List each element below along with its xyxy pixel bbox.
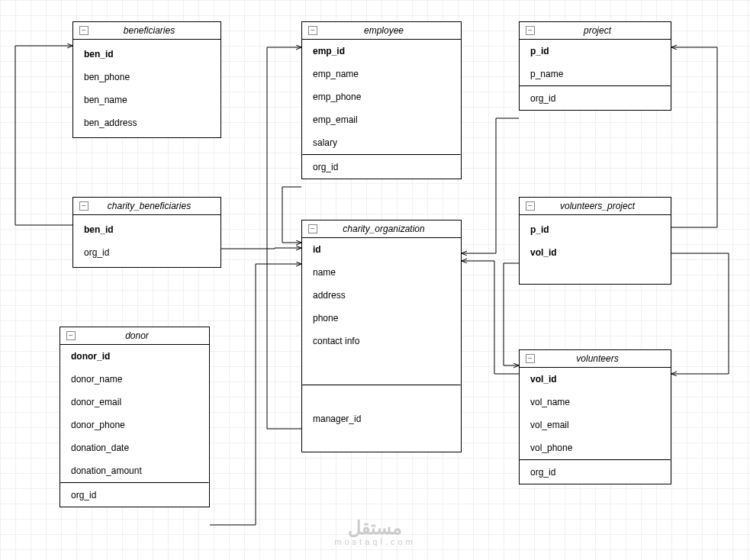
entity-header: − charity_beneficiaries (73, 198, 220, 215)
field: ben_address (73, 111, 220, 134)
entity-body: donor_id donor_name donor_email donor_ph… (60, 345, 209, 507)
entity-volunteers-project[interactable]: − volunteers_project p_id vol_id (519, 197, 671, 285)
field-pk: p_id (520, 218, 671, 241)
entity-header: − project (520, 22, 671, 40)
field: vol_name (520, 391, 671, 414)
entity-header: − beneficiaries (73, 22, 220, 40)
field-fk: org_id (60, 484, 209, 507)
entity-header: − volunteers (520, 350, 671, 368)
field: emp_email (302, 108, 461, 131)
entity-charity-beneficiaries[interactable]: − charity_beneficiaries ben_id org_id (72, 197, 221, 268)
entity-title: charity_beneficiaries (93, 201, 214, 211)
entity-body: vol_id vol_name vol_email vol_phone org_… (520, 368, 671, 484)
field: donor_name (60, 368, 209, 391)
entity-project[interactable]: − project p_id p_name org_id (519, 21, 671, 111)
entity-beneficiaries[interactable]: − beneficiaries ben_id ben_phone ben_nam… (72, 21, 221, 138)
entity-body: ben_id org_id (73, 215, 220, 267)
field: ben_phone (73, 66, 220, 89)
entity-header: − volunteers_project (520, 198, 671, 215)
collapse-icon[interactable]: − (308, 224, 317, 233)
field: salary (302, 131, 461, 154)
entity-volunteers[interactable]: − volunteers vol_id vol_name vol_email v… (519, 349, 671, 484)
collapse-icon[interactable]: − (526, 201, 535, 211)
field: vol_email (520, 414, 671, 436)
field: vol_phone (520, 436, 671, 459)
entity-body: p_id p_name org_id (520, 40, 671, 110)
entity-header: − employee (302, 22, 461, 40)
entity-donor[interactable]: − donor donor_id donor_name donor_email … (60, 327, 210, 507)
collapse-icon[interactable]: − (526, 354, 535, 363)
collapse-icon[interactable]: − (66, 331, 76, 340)
field-fk: org_id (520, 461, 671, 484)
field: address (302, 284, 461, 307)
field-pk: emp_id (302, 40, 461, 63)
field-pk: p_id (520, 40, 671, 63)
field-pk: vol_id (520, 368, 671, 391)
field: donor_email (60, 391, 209, 414)
entity-body: ben_id ben_phone ben_name ben_address (73, 40, 220, 137)
entity-title: volunteers (539, 353, 665, 364)
field: donation_amount (60, 459, 209, 482)
field-pk: donor_id (60, 345, 209, 368)
field-fk: org_id (302, 156, 461, 179)
entity-body: p_id vol_id (520, 215, 671, 284)
field: donor_phone (60, 414, 209, 436)
entity-body: emp_id emp_name emp_phone emp_email sala… (302, 40, 461, 179)
entity-title: project (539, 25, 665, 36)
collapse-icon[interactable]: − (308, 26, 317, 35)
entity-title: beneficiaries (93, 25, 214, 36)
field-pk: id (302, 238, 461, 261)
field: org_id (73, 241, 220, 264)
field: emp_phone (302, 85, 461, 108)
entity-charity-organization[interactable]: − charity_organization id name address p… (301, 220, 462, 452)
field-fk: org_id (520, 87, 671, 110)
field: donation_date (60, 436, 209, 459)
entity-employee[interactable]: − employee emp_id emp_name emp_phone emp… (301, 21, 462, 179)
entity-title: donor (80, 330, 203, 341)
collapse-icon[interactable]: − (79, 201, 89, 211)
entity-title: volunteers_project (539, 201, 665, 211)
entity-header: − donor (60, 327, 209, 345)
field: phone (302, 307, 461, 330)
field-pk: ben_id (73, 43, 220, 66)
field-pk: vol_id (520, 241, 671, 264)
field: name (302, 261, 461, 284)
entity-title: charity_organization (322, 224, 455, 234)
entity-header: − charity_organization (302, 220, 461, 238)
field: p_name (520, 63, 671, 85)
collapse-icon[interactable]: − (79, 26, 89, 35)
entity-title: employee (322, 25, 455, 36)
field-pk: ben_id (73, 218, 220, 241)
field-fk: manager_id (302, 407, 461, 430)
entity-body: id name address phone contact info manag… (302, 238, 461, 452)
field: ben_name (73, 89, 220, 111)
collapse-icon[interactable]: − (526, 26, 535, 35)
field: emp_name (302, 63, 461, 85)
field: contact info (302, 330, 461, 352)
